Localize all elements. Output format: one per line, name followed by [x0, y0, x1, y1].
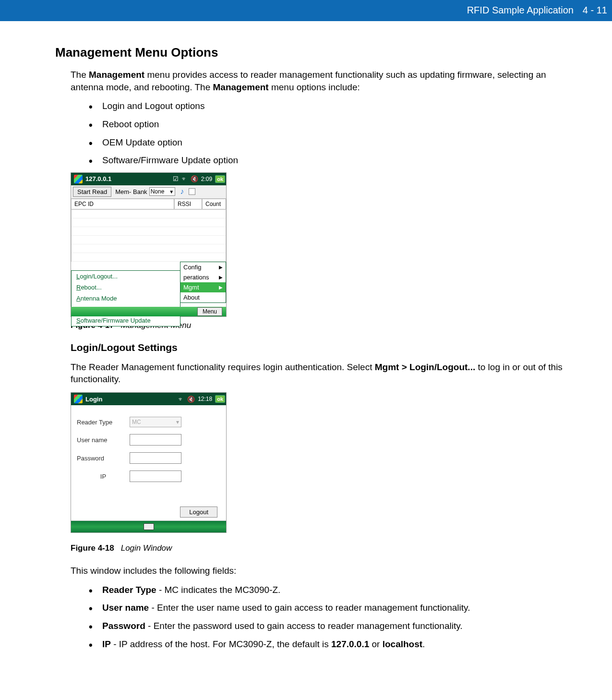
- menu-item-about[interactable]: About: [180, 292, 226, 302]
- menu-path: Mgmt > Login/Logout...: [375, 362, 475, 372]
- figure-title: Login Window: [121, 543, 172, 553]
- field-desc: - MC indicates the MC3090-Z.: [156, 585, 281, 595]
- window-title: 127.0.0.1: [85, 175, 111, 182]
- windows-start-icon[interactable]: [74, 175, 83, 183]
- clock: 2:09: [201, 176, 212, 182]
- window-titlebar: Login ᯤ 🔇 12:18 ok: [71, 393, 226, 405]
- field-label: IP: [102, 639, 111, 649]
- mgmt-submenu: Login/Logout... Reboot... Antenna Mode O…: [71, 270, 180, 326]
- system-tray: ☑ ᯤ 🔇 2:09 ok: [173, 175, 225, 183]
- list-item: Software/Firmware Update option: [89, 154, 569, 167]
- submenu-antenna-mode[interactable]: Antenna Mode: [72, 293, 180, 304]
- text: The Reader Management functionality requ…: [71, 362, 375, 372]
- ip-default-1: 127.0.0.1: [331, 639, 369, 649]
- volume-icon: 🔇: [187, 396, 195, 403]
- doc-title: RFID Sample Application: [467, 5, 574, 16]
- windows-start-icon[interactable]: [74, 395, 83, 403]
- table-body: [71, 210, 226, 262]
- text: or: [369, 639, 382, 649]
- list-item: Password - Enter the password used to ga…: [89, 620, 569, 632]
- volume-icon: 🔇: [191, 175, 198, 182]
- section-heading: Management Menu Options: [55, 45, 569, 60]
- field-desc: - IP address of the host. For MC3090-Z, …: [111, 639, 331, 649]
- subsection-intro: The Reader Management functionality requ…: [71, 361, 569, 386]
- membank-value: None: [151, 188, 165, 195]
- col-count: Count: [202, 199, 226, 209]
- field-label: User name: [102, 603, 149, 613]
- intro-bold-1: Management: [89, 70, 144, 80]
- figure-management-menu: 127.0.0.1 ☑ ᯤ 🔇 2:09 ok Start Read Mem- …: [71, 172, 227, 317]
- field-desc: - Enter the user name used to gain acces…: [149, 603, 470, 613]
- submenu-arrow-icon: ▶: [219, 265, 223, 270]
- col-epc: EPC ID: [71, 199, 174, 209]
- window-title: Login: [85, 396, 102, 403]
- ip-default-2: localhost: [383, 639, 422, 649]
- main-menu: Config▶ perations▶ Mgmt▶ About: [180, 262, 226, 303]
- col-rssi: RSSI: [174, 199, 202, 209]
- menubar: Menu: [71, 307, 226, 316]
- subsection-heading: Login/Logout Settings: [71, 342, 569, 353]
- checkbox[interactable]: [189, 188, 195, 195]
- intro-text: menu options include:: [269, 82, 360, 92]
- section-intro: The Management menu provides access to r…: [71, 69, 569, 93]
- fields-intro: This window includes the following field…: [71, 565, 569, 577]
- list-item: IP - IP address of the host. For MC3090-…: [89, 638, 569, 651]
- field-label: Password: [102, 621, 145, 631]
- menu-item-config[interactable]: Config▶: [180, 262, 226, 272]
- field-list: Reader Type - MC indicates the MC3090-Z.…: [89, 584, 569, 651]
- menu-item-operations[interactable]: perations▶: [180, 272, 226, 282]
- intro-bold-2: Management: [213, 82, 269, 92]
- bottom-bar: [71, 521, 226, 532]
- figure-number: Figure 4-18: [71, 543, 114, 553]
- submenu-arrow-icon: ▶: [219, 275, 223, 280]
- submenu-sw-fw-update[interactable]: Software/Firmware Update: [72, 315, 180, 326]
- connectivity-icon: ᯤ: [178, 396, 184, 403]
- page-header: RFID Sample Application 4 - 11: [0, 0, 612, 21]
- membank-dropdown[interactable]: None ▼: [149, 187, 176, 196]
- logout-button[interactable]: Logout: [180, 507, 217, 518]
- ok-button[interactable]: ok: [215, 175, 225, 183]
- username-label: User name: [77, 436, 130, 444]
- app-toolbar: Start Read Mem- Bank None ▼ ♪: [71, 185, 226, 199]
- menu-label: About: [183, 294, 200, 301]
- system-tray: ᯤ 🔇 12:18 ok: [178, 395, 225, 403]
- password-field[interactable]: [130, 452, 181, 464]
- dropdown-arrow-icon: ▾: [176, 419, 179, 425]
- figure-login-window: Login ᯤ 🔇 12:18 ok Reader Type MC ▾: [71, 392, 227, 533]
- dropdown-arrow-icon: ▼: [169, 189, 174, 194]
- list-item: OEM Update option: [89, 136, 569, 149]
- password-label: Password: [77, 455, 130, 462]
- submenu-login-logout[interactable]: Login/Logout...: [72, 271, 180, 282]
- figure-caption-18: Figure 4-18Login Window: [71, 543, 569, 553]
- window-titlebar: 127.0.0.1 ☑ ᯤ 🔇 2:09 ok: [71, 173, 226, 185]
- intro-text: The: [71, 70, 89, 80]
- ip-label: IP: [77, 473, 130, 480]
- list-item: User name - Enter the user name used to …: [89, 602, 569, 614]
- menu-button[interactable]: Menu: [197, 307, 222, 316]
- ok-button[interactable]: ok: [215, 395, 225, 403]
- option-list: Login and Logout options Reboot option O…: [89, 100, 569, 167]
- keyboard-icon[interactable]: [144, 523, 154, 530]
- list-item: Reader Type - MC indicates the MC3090-Z.: [89, 584, 569, 596]
- login-form: Reader Type MC ▾ User name Password IP: [71, 405, 226, 520]
- text: .: [422, 639, 425, 649]
- reader-type-select[interactable]: MC ▾: [130, 417, 181, 427]
- field-desc: - Enter the password used to gain access…: [145, 621, 463, 631]
- menu-label: Config: [183, 264, 202, 271]
- task-icon: ☑: [173, 175, 179, 182]
- submenu-reboot[interactable]: Reboot...: [72, 282, 180, 293]
- music-note-icon[interactable]: ♪: [180, 187, 184, 196]
- clock: 12:18: [198, 396, 212, 402]
- membank-label: Mem- Bank: [115, 188, 147, 195]
- reader-type-label: Reader Type: [77, 419, 130, 426]
- page-number: 4 - 11: [583, 0, 612, 21]
- connectivity-icon: ᯤ: [181, 175, 188, 182]
- username-field[interactable]: [130, 434, 181, 446]
- reader-type-value: MC: [132, 419, 141, 425]
- menu-item-mgmt[interactable]: Mgmt▶: [180, 282, 226, 292]
- table-header: EPC ID RSSI Count: [71, 199, 226, 210]
- ip-field[interactable]: [130, 471, 181, 482]
- list-item: Reboot option: [89, 118, 569, 131]
- menu-label: Mgmt: [183, 284, 199, 291]
- start-read-button[interactable]: Start Read: [73, 187, 111, 197]
